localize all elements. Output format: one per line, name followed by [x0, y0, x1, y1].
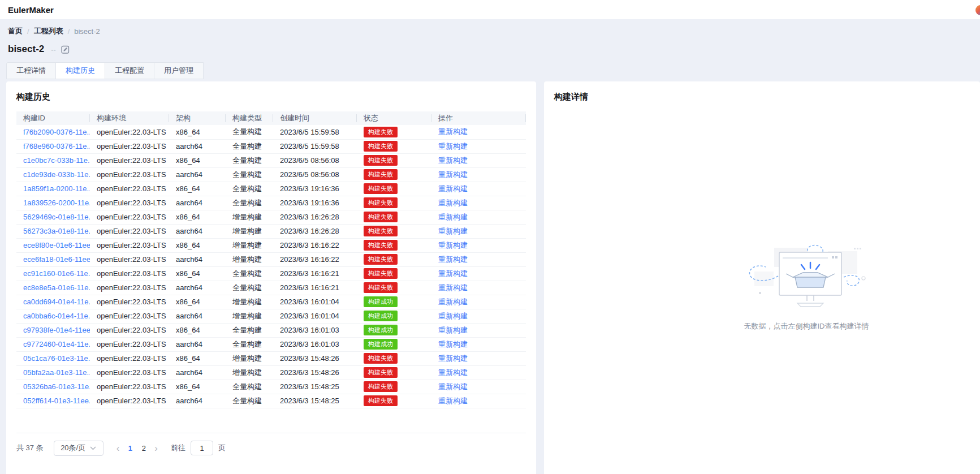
rebuild-link[interactable]: 重新构建 [438, 354, 468, 363]
edit-icon[interactable] [61, 45, 70, 54]
main-area: 构建历史 构建ID构建环境架构构建类型创建时间状态操作 f76b2090-037… [6, 81, 980, 474]
build-id-link[interactable]: ece8f80e-01e6-11ee... [23, 241, 90, 249]
build-id-link[interactable]: 5629469c-01e8-11e... [23, 213, 90, 221]
rebuild-link[interactable]: 重新构建 [438, 340, 468, 348]
build-id-link[interactable]: ece6fa18-01e6-11ee... [23, 255, 90, 264]
goto-page-input[interactable] [191, 441, 213, 455]
build-id-link[interactable]: c97938fe-01e4-11ee... [23, 326, 90, 334]
status-badge: 构建成功 [364, 325, 398, 335]
build-id-link[interactable]: ec8e8e5a-01e6-11e... [23, 283, 90, 292]
cell-env: openEuler:22.03-LTS [90, 351, 169, 365]
rebuild-link[interactable]: 重新构建 [438, 213, 468, 221]
build-id-link[interactable]: ca0dd694-01e4-11e... [23, 298, 90, 306]
prev-page-button[interactable]: ‹ [113, 443, 124, 453]
build-id-link[interactable]: c1de93de-033b-11e... [23, 170, 90, 179]
breadcrumb-item[interactable]: bisect-2 [74, 27, 100, 36]
cell-action: 重新构建 [431, 196, 526, 210]
breadcrumb-separator: / [68, 27, 70, 36]
cell-created-time: 2023/6/3 16:16:22 [273, 252, 357, 266]
cell-env: openEuler:22.03-LTS [90, 210, 169, 224]
cell-build-id: 1a859f1a-0200-11e... [16, 182, 90, 196]
cell-status: 构建失败 [357, 365, 431, 380]
build-id-link[interactable]: 56273c3a-01e8-11e... [23, 227, 90, 235]
build-id-link[interactable]: 052ff614-01e3-11ee... [23, 397, 90, 405]
table-row: ec8e8e5a-01e6-11e... openEuler:22.03-LTS… [16, 281, 526, 295]
cell-build-type: 全量构建 [226, 167, 273, 182]
cell-build-id: 56273c3a-01e8-11e... [16, 224, 90, 238]
rebuild-link[interactable]: 重新构建 [438, 142, 468, 150]
build-id-link[interactable]: 05bfa2aa-01e3-11e... [23, 368, 90, 377]
cell-action: 重新构建 [431, 380, 526, 394]
rebuild-link[interactable]: 重新构建 [438, 283, 468, 292]
build-id-link[interactable]: 05c1ca76-01e3-11e... [23, 354, 90, 363]
cell-build-type: 全量构建 [226, 337, 273, 351]
page-number-button[interactable]: 2 [137, 444, 150, 453]
cell-build-id: f768e960-0376-11e... [16, 139, 90, 153]
rebuild-link[interactable]: 重新构建 [438, 170, 468, 179]
cell-status: 构建失败 [357, 238, 431, 252]
build-detail-panel: 构建详情 [544, 81, 980, 474]
cell-arch: x86_64 [169, 323, 226, 337]
breadcrumb-item[interactable]: 首页 [8, 26, 23, 36]
cell-env: openEuler:22.03-LTS [90, 238, 169, 252]
rebuild-link[interactable]: 重新构建 [438, 184, 468, 193]
cell-created-time: 2023/6/3 16:26:28 [273, 210, 357, 224]
cell-build-type: 增量构建 [226, 238, 273, 252]
build-id-link[interactable]: f76b2090-0376-11e... [23, 128, 90, 136]
build-id-link[interactable]: f768e960-0376-11e... [23, 142, 90, 150]
tab[interactable]: 工程配置 [105, 62, 154, 79]
cell-arch: aarch64 [169, 365, 226, 380]
breadcrumb-item[interactable]: 工程列表 [34, 26, 63, 36]
rebuild-link[interactable]: 重新构建 [438, 269, 468, 278]
tab[interactable]: 构建历史 [55, 62, 105, 79]
tab-bar: 工程详情 构建历史 工程配置 用户管理 [6, 62, 980, 79]
build-id-link[interactable]: 1a839526-0200-11e... [23, 199, 90, 207]
cell-build-type: 增量构建 [226, 295, 273, 309]
cell-build-id: ca0dd694-01e4-11e... [16, 295, 90, 309]
column-header: 操作 [431, 111, 526, 125]
cell-action: 重新构建 [431, 295, 526, 309]
rebuild-link[interactable]: 重新构建 [438, 199, 468, 207]
goto-label: 前往 [171, 443, 185, 453]
rebuild-link[interactable]: 重新构建 [438, 368, 468, 377]
build-id-link[interactable]: 1a859f1a-0200-11e... [23, 184, 90, 193]
rebuild-link[interactable]: 重新构建 [438, 326, 468, 334]
page-size-select[interactable]: 20条/页 [54, 441, 103, 456]
build-id-link[interactable]: ec91c160-01e6-11e... [23, 269, 90, 278]
build-id-link[interactable]: ca0bba6c-01e4-11e... [23, 312, 90, 320]
build-id-link[interactable]: c1e0bc7c-033b-11e... [23, 156, 90, 165]
cell-arch: aarch64 [169, 139, 226, 153]
rebuild-link[interactable]: 重新构建 [438, 227, 468, 235]
rebuild-link[interactable]: 重新构建 [438, 397, 468, 405]
status-badge: 构建失败 [364, 141, 398, 152]
tab-label: 工程详情 [16, 66, 46, 75]
build-id-link[interactable]: c9772460-01e4-11e... [23, 340, 90, 348]
rebuild-link[interactable]: 重新构建 [438, 382, 468, 391]
cell-status: 构建成功 [357, 323, 431, 337]
status-badge: 构建失败 [364, 240, 398, 251]
cell-env: openEuler:22.03-LTS [90, 266, 169, 281]
cell-created-time: 2023/6/5 08:56:08 [273, 167, 357, 182]
rebuild-link[interactable]: 重新构建 [438, 255, 468, 264]
next-page-button[interactable]: › [150, 443, 162, 453]
pagination: 共 37 条 20条/页 ‹ 12 › 前往 页 [16, 441, 526, 456]
rebuild-link[interactable]: 重新构建 [438, 127, 468, 136]
rebuild-link[interactable]: 重新构建 [438, 241, 468, 249]
table-row: 56273c3a-01e8-11e... openEuler:22.03-LTS… [16, 224, 526, 238]
cell-env: openEuler:22.03-LTS [90, 394, 169, 408]
rebuild-link[interactable]: 重新构建 [438, 298, 468, 306]
avatar[interactable] [975, 5, 980, 15]
rebuild-link[interactable]: 重新构建 [438, 156, 468, 165]
tab-label: 工程配置 [115, 66, 144, 75]
tab[interactable]: 工程详情 [6, 62, 56, 79]
tab[interactable]: 用户管理 [154, 62, 204, 79]
cell-action: 重新构建 [431, 153, 526, 167]
build-id-link[interactable]: 05326ba6-01e3-11e... [23, 382, 90, 391]
cell-build-id: ec91c160-01e6-11e... [16, 266, 90, 281]
column-header: 创建时间 [273, 111, 357, 125]
rebuild-link[interactable]: 重新构建 [438, 312, 468, 320]
page-number-button[interactable]: 1 [123, 444, 137, 453]
cell-build-id: 05326ba6-01e3-11e... [16, 380, 90, 394]
status-badge: 构建失败 [364, 282, 398, 293]
chevron-down-icon [90, 446, 96, 450]
